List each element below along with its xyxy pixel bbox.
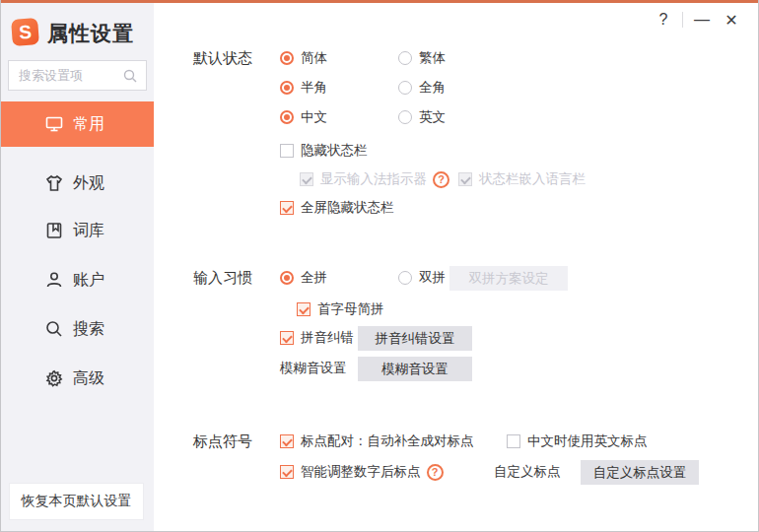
- help-button[interactable]: ?: [649, 7, 678, 33]
- checkbox-label: 拼音纠错: [301, 329, 354, 347]
- radio-icon[interactable]: [398, 271, 412, 285]
- restore-defaults-button[interactable]: 恢复本页默认设置: [9, 483, 144, 520]
- checkbox-icon[interactable]: [280, 331, 294, 345]
- sidebar-item-common[interactable]: 常用: [1, 101, 154, 147]
- search-icon: [122, 68, 138, 84]
- checkbox-smart-adjust[interactable]: 智能调整数字后标点 ?: [280, 462, 444, 482]
- checkbox-initial-jianpin[interactable]: 首字母简拼: [297, 299, 384, 319]
- custom-punct-settings-button[interactable]: 自定义标点设置: [581, 460, 699, 485]
- checkbox-show-indicator: 显示输入法指示器 ?: [300, 169, 449, 189]
- radio-shuangpin[interactable]: 双拼: [398, 268, 446, 288]
- sidebar-item-label: 常用: [73, 114, 104, 135]
- search-icon: [44, 319, 64, 339]
- checkbox-pinyin-correct[interactable]: 拼音纠错: [280, 328, 354, 348]
- fuzzy-sound-settings-button[interactable]: 模糊音设置: [358, 357, 472, 381]
- sidebar-item-account[interactable]: 账户: [1, 257, 154, 302]
- checkbox-icon: [458, 172, 472, 186]
- window-controls: ? — ✕: [649, 7, 746, 33]
- sidebar-item-appearance[interactable]: 外观: [1, 161, 154, 206]
- checkbox-icon[interactable]: [297, 302, 310, 316]
- radio-label: 中文: [301, 108, 327, 126]
- radio-quanpin[interactable]: 全拼: [280, 268, 327, 288]
- radio-label: 英文: [419, 108, 446, 126]
- radio-fullwidth[interactable]: 全角: [398, 78, 446, 98]
- checkbox-embed-langbar: 状态栏嵌入语言栏: [458, 169, 586, 189]
- radio-english[interactable]: 英文: [398, 107, 446, 127]
- help-circle-icon[interactable]: ?: [433, 171, 449, 188]
- checkbox-fullscreen-hide[interactable]: 全屏隐藏状态栏: [280, 198, 394, 218]
- checkbox-label: 智能调整数字后标点: [301, 463, 421, 481]
- checkbox-label: 全屏隐藏状态栏: [301, 199, 394, 217]
- radio-label: 双拼: [419, 269, 446, 287]
- checkbox-icon[interactable]: [507, 434, 520, 448]
- radio-traditional[interactable]: 繁体: [398, 48, 446, 68]
- checkbox-label: 显示输入法指示器: [320, 170, 427, 188]
- help-circle-icon[interactable]: ?: [427, 464, 444, 481]
- radio-icon[interactable]: [398, 81, 412, 95]
- radio-label: 全角: [419, 79, 446, 97]
- shuangpin-scheme-button: 双拼方案设定: [449, 266, 568, 291]
- sidebar: S 属性设置 常用 外观 词库: [1, 3, 154, 532]
- sidebar-item-label: 搜索: [73, 319, 104, 340]
- radio-icon[interactable]: [280, 81, 294, 95]
- radio-icon[interactable]: [280, 51, 294, 65]
- monitor-icon: [44, 114, 64, 134]
- sidebar-item-search[interactable]: 搜索: [1, 306, 154, 352]
- close-button[interactable]: ✕: [717, 7, 746, 33]
- checkbox-hide-statusbar[interactable]: 隐藏状态栏: [280, 141, 368, 161]
- radio-label: 简体: [301, 49, 327, 67]
- sidebar-item-label: 外观: [73, 173, 104, 194]
- label-text: 模糊音设置: [280, 360, 347, 377]
- sidebar-item-label: 高级: [73, 368, 104, 389]
- page-title: 属性设置: [47, 20, 134, 47]
- search-input[interactable]: [19, 68, 122, 83]
- radio-halfwidth[interactable]: 半角: [280, 78, 327, 98]
- sidebar-item-lexicon[interactable]: 词库: [1, 208, 154, 253]
- user-icon: [44, 270, 64, 290]
- fuzzy-sound-label: 模糊音设置: [280, 359, 347, 378]
- book-icon: [44, 221, 64, 240]
- section-punctuation-label: 标点符号: [193, 432, 252, 451]
- checkbox-punct-pairing[interactable]: 标点配对：自动补全成对标点: [280, 432, 474, 451]
- checkbox-icon[interactable]: [280, 465, 294, 479]
- custom-punct-label: 自定义标点: [494, 462, 561, 482]
- radio-label: 全拼: [301, 269, 327, 287]
- settings-window: ? — ✕ S 属性设置 常用 外观: [0, 0, 759, 532]
- radio-icon[interactable]: [280, 110, 294, 124]
- section-input-habit-label: 输入习惯: [193, 269, 252, 288]
- sidebar-item-advanced[interactable]: 高级: [1, 356, 154, 401]
- checkbox-label: 中文时使用英文标点: [527, 432, 648, 450]
- settings-search-box[interactable]: [8, 60, 147, 91]
- radio-icon[interactable]: [280, 271, 294, 285]
- sidebar-item-label: 词库: [73, 221, 104, 241]
- pinyin-correct-settings-button[interactable]: 拼音纠错设置: [358, 326, 472, 351]
- gear-icon: [44, 368, 64, 388]
- checkbox-label: 隐藏状态栏: [301, 142, 368, 160]
- tshirt-icon: [44, 173, 64, 193]
- radio-simplified[interactable]: 简体: [280, 48, 327, 68]
- checkbox-english-punct[interactable]: 中文时使用英文标点: [507, 432, 648, 451]
- checkbox-label: 状态栏嵌入语言栏: [479, 170, 586, 188]
- minimize-button[interactable]: —: [687, 7, 717, 33]
- radio-label: 繁体: [419, 49, 446, 67]
- radio-icon[interactable]: [398, 51, 412, 65]
- radio-label: 半角: [301, 79, 327, 97]
- radio-icon[interactable]: [398, 110, 412, 124]
- checkbox-label: 首字母简拼: [317, 300, 384, 318]
- label-text: 自定义标点: [494, 463, 561, 481]
- checkbox-label: 标点配对：自动补全成对标点: [301, 432, 474, 450]
- section-default-state-label: 默认状态: [193, 49, 252, 68]
- checkbox-icon[interactable]: [280, 434, 294, 448]
- sogou-logo-icon: S: [11, 18, 39, 46]
- checkbox-icon[interactable]: [280, 144, 294, 158]
- checkbox-icon[interactable]: [280, 201, 294, 215]
- sidebar-item-label: 账户: [73, 270, 104, 291]
- window-controls-divider: [682, 12, 683, 28]
- checkbox-icon: [300, 172, 313, 186]
- radio-chinese[interactable]: 中文: [280, 107, 327, 127]
